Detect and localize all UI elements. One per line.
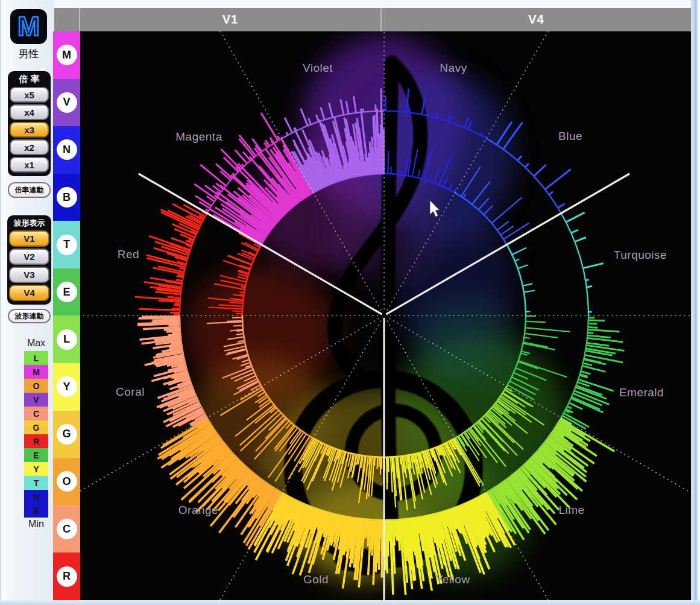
waveform-link-button[interactable]: 波形連動 [8,309,51,323]
magnification-panel-title: 倍 率 [10,72,49,87]
magnification-button-x4[interactable]: x4 [10,104,49,120]
note-toggle-r[interactable]: R [53,553,80,600]
note-letter: M [57,45,77,65]
segment-label-magenta: Magenta [175,130,222,144]
waveform-panel-title: 波形表示 [9,217,49,230]
window-frame-bottom [0,600,700,605]
legend-swatch-y: Y [24,462,48,476]
window-frame-right [691,0,700,605]
legend-swatch-b: B [24,504,48,518]
legend-swatch-l: L [24,351,48,365]
legend-swatch-g: G [24,420,48,434]
segment-label-orange: Orange [178,504,218,517]
note-color-strip: MVNBTELYGOCR [53,31,80,600]
waveform-panel: 波形表示 V1V2V3V4 [7,215,51,305]
voice-gender-label: 男性 [6,47,51,61]
segment-label-red: Red [118,248,139,261]
header-label-v1: V1 [80,8,380,31]
legend-swatch-e: E [24,448,48,462]
legend-swatch-t: T [24,476,48,490]
legend-swatch-c: C [24,407,48,420]
note-toggle-n[interactable]: N [53,126,80,174]
segment-label-yellow: Yellow [435,573,470,586]
note-letter: G [57,424,77,445]
waveform-button-v1[interactable]: V1 [9,230,49,247]
note-toggle-b[interactable]: B [53,174,80,221]
segment-label-gold: Gold [303,573,329,586]
magnification-button-x2[interactable]: x2 [10,139,49,155]
sidebar: M 男性 倍 率 x5x4x3x2x1 倍率連動 波形表示 V1V2V3V4 波… [0,0,54,605]
waveform-button-v4[interactable]: V4 [9,285,49,301]
waveform-button-v2[interactable]: V2 [9,249,49,265]
note-letter: Y [57,376,77,397]
segment-label-coral: Coral [116,385,145,399]
magnification-button-x5[interactable]: x5 [10,87,49,103]
note-toggle-l[interactable]: L [53,315,80,363]
note-letter: V [57,92,77,113]
note-toggle-v[interactable]: V [53,79,80,127]
app-logo: M [10,9,47,44]
note-toggle-g[interactable]: G [53,411,80,458]
legend-max-label: Max [22,338,51,349]
waveform-button-v3[interactable]: V3 [9,267,49,283]
segment-label-blue: Blue [558,130,582,143]
segment-label-navy: Navy [440,62,467,75]
legend-swatch-v: V [24,393,48,407]
note-toggle-c[interactable]: C [53,505,80,553]
note-toggle-t[interactable]: T [53,221,80,268]
spectrum-canvas [80,31,691,600]
app-window: V1 V4 M 男性 倍 率 x5x4x3x2x1 倍率連動 波形表示 V1V2… [0,0,700,605]
segment-label-lime: Lime [558,504,584,517]
logo-m-icon: M [17,13,40,40]
magnification-panel: 倍 率 x5x4x3x2x1 [8,71,51,176]
legend-swatch-n: N [24,490,48,504]
note-toggle-m[interactable]: M [53,31,80,79]
segment-label-violet: Violet [303,62,333,75]
note-letter: L [57,329,77,350]
note-letter: T [57,235,77,255]
note-letter: C [57,519,77,539]
legend-swatch-r: R [24,434,48,448]
segment-label-turquoise: Turquoise [614,249,667,262]
header-label-v4: V4 [382,8,691,31]
note-letter: R [57,566,77,587]
segment-label-emerald: Emerald [619,386,664,399]
note-letter: O [57,471,77,492]
color-legend: LMOVCGREYTNB [24,351,48,518]
legend-swatch-o: O [24,379,48,393]
legend-min-label: Min [22,519,51,530]
note-letter: B [57,187,77,207]
note-letter: E [57,282,77,302]
magnification-link-button[interactable]: 倍率連動 [8,182,51,198]
magnification-button-x3[interactable]: x3 [10,122,49,138]
spectrum-visualization: NavyBlueTurquoiseEmeraldLimeYellowGoldOr… [80,31,691,600]
note-toggle-y[interactable]: Y [53,363,80,411]
note-toggle-e[interactable]: E [53,268,80,316]
magnification-button-x1[interactable]: x1 [10,157,49,173]
legend-swatch-m: M [24,365,48,379]
note-toggle-o[interactable]: O [53,458,80,505]
note-letter: N [57,139,77,160]
